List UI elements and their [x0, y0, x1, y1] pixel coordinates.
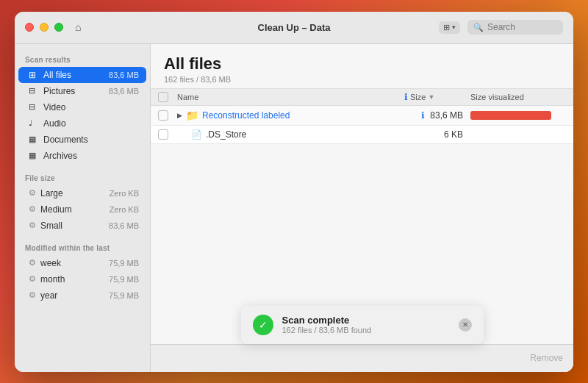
row-filename-1: Reconstructed labeled	[202, 110, 290, 121]
sidebar-label-pictures: Pictures	[43, 86, 104, 96]
page-subtitle: 162 files / 83,6 MB	[164, 75, 560, 84]
documents-icon: ▦	[29, 135, 39, 144]
sidebar-label-all-files: All files	[43, 70, 104, 80]
sidebar-size-all-files: 83,6 MB	[109, 71, 139, 79]
sidebar-label-month: month	[40, 274, 104, 284]
sidebar-item-all-files[interactable]: ⊞ All files 83,6 MB	[18, 67, 146, 83]
folder-icon-1: 📁	[186, 110, 198, 121]
sidebar-label-audio: Audio	[43, 118, 139, 129]
sidebar-label-documents: Documents	[43, 135, 139, 145]
sidebar-item-month[interactable]: ⚙ month 75,9 MB	[18, 271, 146, 287]
info-circle-icon: ℹ	[404, 92, 408, 102]
sidebar-label-year: year	[40, 290, 104, 301]
close-button[interactable]	[25, 23, 34, 32]
view-toggle-button[interactable]: ⊞ ▾	[439, 21, 460, 34]
col-name-label: Name	[177, 93, 198, 101]
search-icon: 🔍	[473, 23, 484, 32]
table-row[interactable]: 📄 .DS_Store 6 KB	[151, 126, 573, 144]
sidebar-size-large: Zero KB	[110, 189, 139, 198]
scan-check-icon: ✓	[253, 315, 273, 335]
sidebar-item-medium[interactable]: ⚙ Medium Zero KB	[18, 201, 146, 218]
sidebar-size-pictures: 83,6 MB	[109, 87, 139, 96]
gear-icon-medium: ⚙	[29, 204, 36, 214]
sidebar-label-medium: Medium	[40, 204, 105, 215]
row-name-1: ▶ 📁 Reconstructed labeled	[177, 110, 404, 121]
expand-icon-1[interactable]: ▶	[177, 112, 182, 119]
sidebar: Scan results ⊞ All files 83,6 MB ⊟ Pictu…	[15, 44, 151, 372]
gear-icon-year: ⚙	[29, 290, 36, 300]
row-vis-1	[470, 111, 566, 120]
window-title: Clean Up – Data	[258, 22, 331, 33]
scan-text: Scan complete 162 files / 83,6 MB found	[282, 315, 450, 334]
gear-icon-small: ⚙	[29, 221, 36, 230]
view-toggle-icon: ⊞	[443, 23, 450, 32]
page-title: All files	[164, 54, 560, 74]
file-icon-2: 📄	[191, 129, 202, 140]
traffic-lights	[25, 23, 63, 32]
col-checkbox[interactable]	[158, 92, 177, 102]
audio-icon: ♩	[29, 118, 39, 128]
row-filename-2: .DS_Store	[206, 129, 246, 140]
sidebar-item-week[interactable]: ⚙ week 75,9 MB	[18, 255, 146, 271]
remove-button[interactable]: Remove	[530, 353, 563, 363]
sidebar-item-year[interactable]: ⚙ year 75,9 MB	[18, 287, 146, 304]
row-checkbox-1[interactable]	[158, 110, 168, 121]
table-header: Name ℹ Size ▼ Size visualized	[151, 88, 573, 106]
scan-complete-banner: ✓ Scan complete 162 files / 83,6 MB foun…	[241, 306, 484, 344]
minimize-button[interactable]	[40, 23, 49, 32]
chevron-down-icon: ▾	[452, 24, 456, 31]
info-icon-1: ℹ	[421, 110, 425, 121]
sidebar-item-audio[interactable]: ♩ Audio	[18, 115, 146, 132]
header-checkbox[interactable]	[158, 92, 168, 102]
titlebar-right: ⊞ ▾ 🔍	[439, 20, 563, 35]
video-icon: ⊟	[29, 102, 39, 112]
sidebar-item-archives[interactable]: ▦ Archives	[18, 148, 146, 164]
sidebar-item-pictures[interactable]: ⊟ Pictures 83,6 MB	[18, 83, 146, 99]
main-header: All files 162 files / 83,6 MB	[151, 44, 573, 88]
sidebar-label-archives: Archives	[43, 151, 139, 161]
table-row[interactable]: ▶ 📁 Reconstructed labeled ℹ 83,6 MB	[151, 106, 573, 126]
col-size-label: Size	[410, 93, 426, 101]
app-body: Scan results ⊞ All files 83,6 MB ⊟ Pictu…	[15, 44, 573, 372]
sidebar-item-video[interactable]: ⊟ Video	[18, 99, 146, 115]
sidebar-label-large: Large	[40, 188, 105, 198]
gear-icon-week: ⚙	[29, 258, 36, 268]
scan-title: Scan complete	[282, 315, 450, 326]
sidebar-item-small[interactable]: ⚙ Small 83,6 MB	[18, 218, 146, 234]
search-bar: 🔍	[467, 20, 563, 35]
row-size-2: 6 KB	[404, 129, 470, 140]
sidebar-label-video: Video	[43, 102, 139, 112]
main-content: All files 162 files / 83,6 MB Name ℹ Siz…	[151, 44, 573, 372]
sort-down-icon: ▼	[428, 93, 434, 101]
file-size-label: File size	[15, 170, 150, 185]
titlebar: ⌂ Clean Up – Data ⊞ ▾ 🔍	[15, 12, 573, 44]
sidebar-label-small: Small	[40, 221, 104, 231]
close-banner-button[interactable]: ✕	[459, 318, 472, 332]
col-name[interactable]: Name	[177, 93, 404, 101]
gear-icon-month: ⚙	[29, 274, 36, 284]
maximize-button[interactable]	[54, 23, 63, 32]
all-files-icon: ⊞	[29, 70, 39, 80]
col-size[interactable]: ℹ Size ▼	[404, 92, 470, 102]
col-vis[interactable]: Size visualized	[470, 93, 566, 101]
sidebar-item-documents[interactable]: ▦ Documents	[18, 132, 146, 148]
sidebar-size-small: 83,6 MB	[109, 221, 139, 230]
sidebar-item-large[interactable]: ⚙ Large Zero KB	[18, 185, 146, 201]
search-input[interactable]	[487, 22, 557, 32]
home-icon[interactable]: ⌂	[75, 21, 81, 33]
sidebar-size-week: 75,9 MB	[109, 259, 139, 268]
scan-subtitle: 162 files / 83,6 MB found	[282, 326, 450, 334]
col-vis-label: Size visualized	[470, 93, 524, 101]
modified-label: Modified within the last	[15, 240, 150, 255]
row-checkbox-2[interactable]	[158, 129, 168, 140]
pictures-icon: ⊟	[29, 86, 39, 96]
sidebar-label-week: week	[40, 258, 104, 268]
vis-bar-1	[470, 111, 551, 120]
app-window: ⌂ Clean Up – Data ⊞ ▾ 🔍 Scan results ⊞ A…	[15, 12, 573, 372]
sidebar-size-year: 75,9 MB	[109, 291, 139, 300]
row-size-1: ℹ 83,6 MB	[404, 110, 470, 121]
main-footer: Remove	[151, 344, 573, 372]
sidebar-size-month: 75,9 MB	[109, 275, 139, 284]
sidebar-size-medium: Zero KB	[110, 205, 139, 214]
gear-icon-large: ⚙	[29, 188, 36, 198]
